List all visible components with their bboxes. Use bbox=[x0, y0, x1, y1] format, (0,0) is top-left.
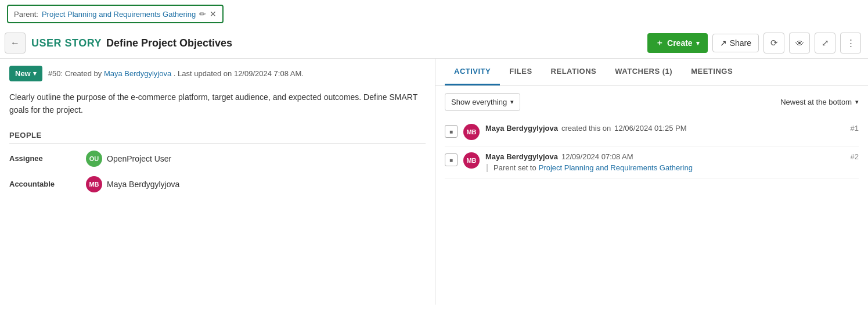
activity-item: ■ MB Maya Berdygylyjova 12/09/2024 07:08… bbox=[445, 146, 859, 178]
activity-detail-text: Parent set to bbox=[494, 163, 536, 172]
accountable-avatar: MB bbox=[86, 176, 102, 192]
status-label: New bbox=[15, 69, 31, 78]
eye-icon: 👁 bbox=[795, 38, 804, 48]
left-panel: New ▾ #50: Created by Maya Berdygylyjova… bbox=[0, 59, 435, 305]
history-button[interactable]: ⟳ bbox=[763, 33, 784, 53]
activity-date: 12/06/2024 01:25 PM bbox=[614, 124, 686, 133]
sort-label: Newest at the bottom bbox=[780, 98, 852, 106]
filter-label: Show everything bbox=[451, 98, 507, 106]
activity-controls: Show everything ▾ Newest at the bottom ▾ bbox=[435, 86, 868, 118]
activity-content: Maya Berdygylyjova created this on 12/06… bbox=[485, 124, 859, 133]
description: Clearly outline the purpose of the e-com… bbox=[9, 91, 426, 117]
activity-list: ■ MB Maya Berdygylyjova created this on … bbox=[435, 118, 868, 178]
accountable-value: MB Maya Berdygylyjova bbox=[86, 176, 179, 192]
filter-chevron-icon: ▾ bbox=[510, 98, 514, 106]
tab-files[interactable]: FILES bbox=[500, 59, 541, 85]
author-link[interactable]: Maya Berdygylyjova bbox=[104, 69, 171, 78]
close-parent-icon[interactable]: ✕ bbox=[210, 9, 217, 19]
activity-action: created this on bbox=[561, 124, 611, 133]
activity-avatar: MB bbox=[463, 124, 480, 140]
toolbar-actions: ＋ Create ▾ ↗ Share ⟳ 👁 ⤢ ⋮ bbox=[647, 33, 861, 53]
updated-text: . Last updated on 12/09/2024 7:08 AM. bbox=[174, 69, 304, 78]
assignee-name: OpenProject User bbox=[107, 154, 171, 163]
activity-content: Maya Berdygylyjova 12/09/2024 07:08 AM #… bbox=[485, 152, 859, 172]
sort-chevron-icon: ▾ bbox=[855, 98, 859, 106]
sort-dropdown[interactable]: Newest at the bottom ▾ bbox=[780, 98, 859, 106]
assignee-row: Assignee OU OpenProject User bbox=[9, 151, 426, 167]
activity-detail: Parent set to Project Planning and Requi… bbox=[485, 163, 859, 172]
status-badge[interactable]: New ▾ bbox=[9, 66, 42, 81]
accountable-name: Maya Berdygylyjova bbox=[107, 180, 179, 189]
activity-bullet-icon: ■ bbox=[445, 153, 458, 166]
watch-button[interactable]: 👁 bbox=[789, 33, 810, 53]
tab-meetings[interactable]: MEETINGS bbox=[682, 59, 742, 85]
right-panel: ACTIVITY FILES RELATIONS WATCHERS (1) ME… bbox=[435, 59, 868, 305]
activity-header: Maya Berdygylyjova 12/09/2024 07:08 AM #… bbox=[485, 152, 859, 161]
top-toolbar: ← USER STORY Define Project Objectives ＋… bbox=[0, 28, 868, 59]
description-text: Clearly outline the purpose of the e-com… bbox=[9, 92, 417, 115]
tabs-bar: ACTIVITY FILES RELATIONS WATCHERS (1) ME… bbox=[435, 59, 868, 86]
assignee-label: Assignee bbox=[9, 154, 79, 163]
expand-icon: ⤢ bbox=[822, 38, 829, 48]
accountable-row: Accountable MB Maya Berdygylyjova bbox=[9, 176, 426, 192]
activity-number: #1 bbox=[851, 124, 859, 133]
more-button[interactable]: ⋮ bbox=[840, 33, 861, 53]
tab-watchers[interactable]: WATCHERS (1) bbox=[606, 59, 682, 85]
status-chevron-icon: ▾ bbox=[33, 70, 37, 77]
create-chevron-icon: ▾ bbox=[696, 40, 700, 47]
activity-bullet-icon: ■ bbox=[445, 125, 458, 138]
status-meta-text: #50: Created by bbox=[48, 69, 102, 78]
share-icon: ↗ bbox=[720, 38, 727, 48]
story-title: Define Project Objectives bbox=[106, 37, 232, 49]
back-button[interactable]: ← bbox=[5, 33, 26, 53]
tab-activity[interactable]: ACTIVITY bbox=[445, 59, 500, 85]
create-button[interactable]: ＋ Create ▾ bbox=[647, 33, 708, 53]
activity-header: Maya Berdygylyjova created this on 12/06… bbox=[485, 124, 859, 133]
activity-item: ■ MB Maya Berdygylyjova created this on … bbox=[445, 118, 859, 146]
assignee-value: OU OpenProject User bbox=[86, 151, 171, 167]
filter-dropdown[interactable]: Show everything ▾ bbox=[445, 93, 520, 111]
activity-date: 12/09/2024 07:08 AM bbox=[561, 152, 633, 161]
activity-number: #2 bbox=[851, 152, 859, 161]
tab-relations[interactable]: RELATIONS bbox=[542, 59, 606, 85]
activity-avatar: MB bbox=[463, 152, 480, 169]
status-bar: New ▾ #50: Created by Maya Berdygylyjova… bbox=[9, 66, 426, 81]
page-title: USER STORY Define Project Objectives bbox=[31, 37, 642, 49]
status-meta: #50: Created by Maya Berdygylyjova . Las… bbox=[48, 69, 304, 78]
history-icon: ⟳ bbox=[770, 38, 778, 48]
share-button[interactable]: ↗ Share bbox=[712, 34, 759, 52]
parent-label: Parent: bbox=[14, 10, 38, 19]
assignee-avatar: OU bbox=[86, 151, 102, 167]
parent-breadcrumb: Parent: Project Planning and Requirement… bbox=[7, 5, 224, 23]
more-icon: ⋮ bbox=[847, 38, 855, 48]
people-section-label: PEOPLE bbox=[9, 131, 426, 144]
parent-link[interactable]: Project Planning and Requirements Gather… bbox=[42, 10, 196, 19]
activity-user: Maya Berdygylyjova bbox=[485, 152, 558, 161]
accountable-label: Accountable bbox=[9, 180, 79, 188]
create-label: Create bbox=[667, 38, 693, 48]
issue-type-label: USER STORY bbox=[31, 37, 102, 49]
activity-user: Maya Berdygylyjova bbox=[485, 124, 558, 133]
expand-button[interactable]: ⤢ bbox=[815, 33, 835, 53]
edit-parent-icon[interactable]: ✏ bbox=[199, 9, 206, 19]
share-label: Share bbox=[730, 38, 751, 48]
create-plus-icon: ＋ bbox=[655, 38, 664, 48]
activity-detail-link[interactable]: Project Planning and Requirements Gather… bbox=[539, 163, 693, 172]
main-layout: New ▾ #50: Created by Maya Berdygylyjova… bbox=[0, 59, 868, 305]
